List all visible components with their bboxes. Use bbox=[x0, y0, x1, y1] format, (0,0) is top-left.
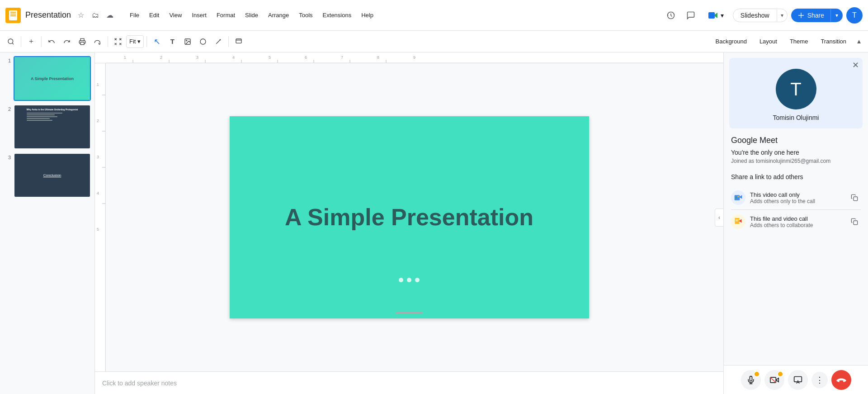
menu-extensions[interactable]: Extensions bbox=[318, 10, 356, 20]
background-button[interactable]: Background bbox=[710, 36, 752, 47]
mic-warning-badge bbox=[754, 371, 760, 377]
meet-microphone-button[interactable] bbox=[741, 370, 761, 390]
title-icons: ☆ 🗂 ☁ bbox=[75, 9, 116, 22]
layout-button[interactable]: Layout bbox=[754, 36, 783, 47]
file-video-subtitle: Adds others to collaborate bbox=[750, 222, 844, 228]
redo-button[interactable] bbox=[60, 34, 74, 49]
slide-number-2: 2 bbox=[4, 106, 11, 112]
slide-thumbnail-1[interactable]: A Simple Presentation bbox=[14, 56, 91, 101]
meet-content: Google Meet You're the only one here Joi… bbox=[724, 128, 868, 365]
slide-bottom-bar bbox=[396, 312, 423, 314]
document-title: Presentation bbox=[25, 10, 71, 20]
line-button[interactable] bbox=[211, 34, 226, 49]
menu-view[interactable]: View bbox=[165, 10, 186, 20]
comment-toolbar-button[interactable] bbox=[231, 34, 246, 49]
slide-thumbnail-3[interactable]: 🔗 Conclusion bbox=[14, 153, 91, 198]
svg-text:4: 4 bbox=[232, 55, 235, 60]
share-option-file-video: This file and video call Adds others to … bbox=[731, 210, 861, 233]
svg-rect-5 bbox=[80, 42, 84, 44]
menu-slide[interactable]: Slide bbox=[241, 10, 263, 20]
share-main-button[interactable]: Share bbox=[791, 9, 830, 22]
meet-user-avatar: T bbox=[776, 69, 816, 109]
slide-2-title: Why Anita is the Ultimate Underdog Prota… bbox=[27, 108, 78, 111]
video-call-option-text: This video call only Adds others only to… bbox=[750, 191, 844, 204]
menu-help[interactable]: Help bbox=[357, 10, 378, 20]
dot-2 bbox=[407, 278, 411, 282]
menu-tools[interactable]: Tools bbox=[294, 10, 317, 20]
meet-camera-button[interactable] bbox=[764, 370, 784, 390]
meet-status: You're the only one here bbox=[731, 149, 861, 156]
slide-thumb-2[interactable]: 2 🔗 Why Anita is the Ultimate Underdog P… bbox=[4, 104, 91, 149]
dot-3 bbox=[415, 278, 420, 282]
cursor-button[interactable]: ↖ bbox=[150, 34, 164, 49]
slideshow-dropdown-button[interactable]: ▾ bbox=[777, 9, 787, 21]
history-button[interactable] bbox=[663, 7, 679, 24]
zoom-value: Fit bbox=[129, 38, 136, 45]
video-call-icon bbox=[731, 190, 745, 205]
zoom-in-button[interactable]: ＋ bbox=[24, 34, 38, 49]
copy-file-link-button[interactable] bbox=[848, 215, 861, 228]
star-button[interactable]: ☆ bbox=[75, 9, 87, 22]
share-dropdown-button[interactable]: ▾ bbox=[830, 9, 843, 22]
zoom-dropdown-icon: ▾ bbox=[137, 38, 141, 45]
toolbar: ＋ Fit ▾ ↖ T bbox=[0, 31, 868, 52]
menu-file[interactable]: File bbox=[125, 10, 144, 20]
meet-end-call-button[interactable] bbox=[831, 370, 851, 390]
slide-thumb-3[interactable]: 3 🔗 Conclusion bbox=[4, 153, 91, 198]
search-button[interactable] bbox=[4, 34, 18, 49]
theme-button[interactable]: Theme bbox=[784, 36, 813, 47]
zoom-fit-button[interactable] bbox=[111, 34, 125, 49]
toolbar-separator-3 bbox=[108, 36, 108, 47]
slide-title: A Simple Presentation bbox=[285, 204, 533, 230]
paint-format-button[interactable] bbox=[90, 34, 105, 49]
editor-area: 1 2 3 4 5 6 7 8 9 bbox=[95, 52, 723, 394]
title-right: ▾ Slideshow ▾ Share ▾ T bbox=[663, 7, 863, 24]
slide-canvas-wrapper[interactable]: A Simple Presentation bbox=[95, 63, 723, 371]
menu-edit[interactable]: Edit bbox=[145, 10, 164, 20]
svg-rect-1 bbox=[708, 12, 715, 19]
meet-panel-close-button[interactable]: ✕ bbox=[848, 58, 863, 72]
menu-format[interactable]: Format bbox=[212, 10, 240, 20]
undo-button[interactable] bbox=[44, 34, 59, 49]
svg-text:1: 1 bbox=[124, 55, 126, 60]
slide-thumb-1[interactable]: 1 A Simple Presentation bbox=[4, 56, 91, 101]
ruler-top: 1 2 3 4 5 6 7 8 9 bbox=[95, 52, 723, 63]
svg-rect-41 bbox=[854, 197, 858, 201]
menu-insert[interactable]: Insert bbox=[187, 10, 211, 20]
meet-title: Google Meet bbox=[731, 136, 861, 145]
transition-button[interactable]: Transition bbox=[815, 36, 852, 47]
print-button[interactable] bbox=[75, 34, 90, 49]
share-option-video-call: This video call only Adds others only to… bbox=[731, 186, 861, 210]
zoom-select[interactable]: Fit ▾ bbox=[126, 35, 144, 48]
speaker-notes[interactable]: Click to add speaker notes bbox=[95, 371, 723, 394]
camera-warning-badge bbox=[777, 371, 783, 377]
toolbar-separator-1 bbox=[21, 36, 21, 47]
svg-point-39 bbox=[735, 197, 736, 198]
svg-text:8: 8 bbox=[377, 55, 379, 60]
slide-canvas[interactable]: A Simple Presentation bbox=[230, 116, 589, 318]
shape-button[interactable] bbox=[196, 34, 210, 49]
video-call-title: This video call only bbox=[750, 191, 844, 198]
share-label: Share bbox=[807, 12, 824, 19]
cloud-button[interactable]: ☁ bbox=[104, 9, 116, 22]
slide-number-3: 3 bbox=[4, 155, 11, 160]
collapse-meet-panel-button[interactable]: ‹ bbox=[715, 209, 723, 227]
folder-button[interactable]: 🗂 bbox=[89, 9, 102, 22]
toolbar-collapse-button[interactable]: ▲ bbox=[854, 36, 864, 47]
meet-present-button[interactable] bbox=[788, 370, 808, 390]
menu-arrange[interactable]: Arrange bbox=[264, 10, 293, 20]
meet-button[interactable]: ▾ bbox=[703, 9, 729, 22]
slideshow-main-button[interactable]: Slideshow bbox=[733, 9, 777, 22]
comments-button[interactable] bbox=[683, 7, 699, 24]
user-avatar[interactable]: T bbox=[846, 7, 863, 24]
ruler-svg: 1 2 3 4 5 6 7 8 9 bbox=[106, 52, 723, 63]
svg-text:6: 6 bbox=[305, 55, 307, 60]
text-button[interactable]: T bbox=[165, 34, 179, 49]
slide-thumbnail-2[interactable]: 🔗 Why Anita is the Ultimate Underdog Pro… bbox=[14, 104, 91, 149]
video-call-subtitle: Adds others only to the call bbox=[750, 198, 844, 204]
slides-panel: 1 A Simple Presentation 2 🔗 Why Anita is… bbox=[0, 52, 95, 394]
svg-point-4 bbox=[8, 39, 13, 44]
copy-video-link-button[interactable] bbox=[848, 191, 861, 204]
image-button[interactable] bbox=[180, 34, 195, 49]
meet-more-options-button[interactable]: ⋮ bbox=[811, 372, 828, 388]
